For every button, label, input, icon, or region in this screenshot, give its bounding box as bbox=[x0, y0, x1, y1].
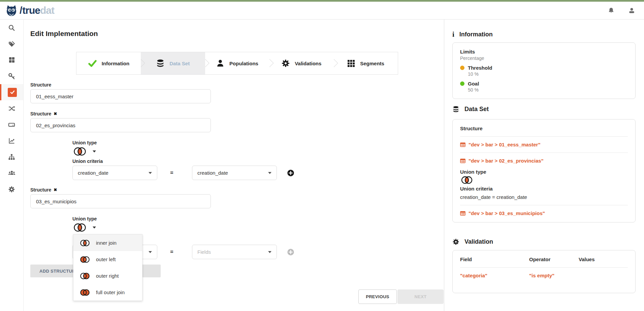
database-icon bbox=[156, 59, 165, 68]
threshold-dot bbox=[460, 66, 464, 70]
add-criteria-button-disabled[interactable] bbox=[287, 248, 294, 256]
wizard-step-label: Data Set bbox=[169, 61, 190, 66]
caret-down-icon bbox=[149, 251, 152, 253]
bell-icon[interactable] bbox=[608, 7, 615, 14]
structure-input-1[interactable] bbox=[30, 89, 211, 103]
structure-input-2[interactable] bbox=[30, 118, 211, 132]
page-title: Edit Implementation bbox=[30, 30, 98, 38]
structure-link-2[interactable]: "dev > bar > 02_es_provincias" bbox=[460, 158, 628, 164]
previous-button[interactable]: PREVIOUS bbox=[358, 289, 397, 304]
equals-sign: = bbox=[165, 170, 179, 176]
app-header: /truedat bbox=[0, 2, 644, 20]
section-title: Data Set bbox=[464, 106, 489, 113]
divider bbox=[460, 267, 628, 268]
database-icon bbox=[452, 106, 459, 113]
equals-sign: = bbox=[165, 249, 179, 255]
divider bbox=[460, 205, 628, 205]
sidebar-item-search[interactable] bbox=[0, 20, 23, 36]
person-icon bbox=[216, 59, 225, 68]
next-button[interactable]: NEXT bbox=[397, 289, 444, 304]
wizard-step-populations[interactable]: Populations bbox=[205, 52, 269, 74]
threshold-row: Threshold 10 % bbox=[460, 65, 628, 77]
structure-label: Structure✖ bbox=[30, 111, 57, 116]
table-icon bbox=[460, 159, 465, 163]
validation-operator: "is empty" bbox=[529, 273, 579, 278]
union-type-selector-open[interactable] bbox=[72, 223, 96, 232]
inner-join-icon bbox=[460, 176, 474, 184]
validation-field: "categoria" bbox=[460, 273, 529, 278]
caret-down-icon bbox=[268, 251, 271, 253]
sidebar-item-lineage[interactable] bbox=[0, 100, 23, 116]
wizard-step-label: Populations bbox=[229, 61, 258, 66]
wizard-step-label: Validations bbox=[295, 61, 321, 66]
wizard-steps: Information Data Set Populations Validat… bbox=[76, 52, 398, 75]
structure-label: Structure bbox=[30, 82, 51, 88]
wizard-step-data-set[interactable]: Data Set bbox=[141, 52, 205, 74]
dropdown-item-outer-right[interactable]: outer right bbox=[73, 268, 142, 284]
dropdown-item-outer-left[interactable]: outer left bbox=[73, 251, 142, 268]
wizard-step-segments[interactable]: Segments bbox=[333, 52, 398, 74]
divider bbox=[460, 136, 628, 137]
sidebar-item-taxonomy[interactable] bbox=[0, 149, 23, 165]
union-criteria-label: Union criteria bbox=[72, 159, 103, 164]
criteria-left-select-1[interactable]: creation_date bbox=[72, 166, 157, 180]
limits-label: Limits bbox=[460, 49, 628, 55]
caret-down-icon bbox=[149, 172, 152, 174]
goal-row: Goal 50 % bbox=[460, 81, 628, 93]
information-section-header: i Information bbox=[452, 31, 493, 38]
owl-logo-icon bbox=[5, 4, 18, 17]
sidebar-item-permissions[interactable] bbox=[0, 68, 23, 84]
union-type-summary-label: Union type bbox=[460, 169, 628, 175]
dropdown-item-inner-join[interactable]: inner join bbox=[73, 235, 142, 251]
wizard-step-label: Information bbox=[102, 61, 130, 66]
info-icon: i bbox=[452, 31, 454, 38]
inner-join-icon bbox=[79, 239, 91, 247]
union-criteria-text: creation_date = creation_date bbox=[460, 194, 628, 200]
line-chart-icon bbox=[8, 137, 15, 144]
divider bbox=[460, 152, 628, 153]
structure-link-1[interactable]: "dev > bar > 01_eess_master" bbox=[460, 142, 628, 147]
remove-structure-icon[interactable]: ✖ bbox=[54, 188, 57, 192]
truedat-logo[interactable]: /truedat bbox=[5, 4, 54, 17]
validation-table-row: "categoria" "is empty" bbox=[460, 273, 628, 278]
sidebar-item-tags[interactable] bbox=[0, 36, 23, 52]
sidebar-item-quality[interactable] bbox=[0, 84, 23, 100]
hard-drive-icon bbox=[8, 121, 15, 128]
wizard-step-information[interactable]: Information bbox=[76, 52, 141, 74]
gear-icon bbox=[452, 238, 459, 245]
caret-down-icon bbox=[93, 150, 96, 152]
remove-structure-icon[interactable]: ✖ bbox=[54, 112, 57, 116]
add-criteria-button[interactable] bbox=[287, 169, 294, 177]
grid-3x3-icon bbox=[347, 59, 355, 68]
criteria-right-select-2[interactable]: Fields bbox=[192, 245, 277, 259]
logo-text: /truedat bbox=[20, 5, 54, 15]
sidebar-item-modules[interactable] bbox=[0, 52, 23, 68]
caret-down-icon bbox=[93, 227, 96, 229]
criteria-right-select-1[interactable]: creation_date bbox=[192, 166, 277, 180]
structure-input-3[interactable] bbox=[30, 194, 211, 208]
outer-right-join-icon bbox=[79, 272, 91, 280]
section-title: Information bbox=[459, 31, 493, 38]
gear-icon bbox=[8, 186, 15, 193]
sidebar-item-groups[interactable] bbox=[0, 165, 23, 181]
dropdown-item-full-outer-join[interactable]: full outer join bbox=[73, 284, 142, 301]
union-type-label: Union type bbox=[72, 216, 97, 221]
inner-join-icon bbox=[72, 147, 87, 156]
union-type-label: Union type bbox=[72, 140, 97, 145]
grid-2x2-icon bbox=[8, 57, 15, 63]
validation-table-header: Field Operator Values bbox=[460, 256, 628, 262]
limits-subtitle: Percentage bbox=[460, 56, 628, 61]
user-icon[interactable] bbox=[628, 7, 635, 14]
sidebar-item-settings[interactable] bbox=[0, 181, 23, 197]
sidebar-item-dashboards[interactable] bbox=[0, 133, 23, 149]
table-icon bbox=[460, 211, 465, 216]
sidebar-item-sources[interactable] bbox=[0, 116, 23, 133]
full-outer-join-icon bbox=[79, 289, 91, 296]
structure-label: Structure✖ bbox=[30, 187, 57, 193]
structure-link-3[interactable]: "dev > bar > 03_es_municipios" bbox=[460, 210, 628, 216]
key-icon bbox=[8, 73, 15, 80]
wizard-step-validations[interactable]: Validations bbox=[269, 52, 333, 74]
union-type-selector[interactable] bbox=[72, 147, 96, 156]
magnifier-icon bbox=[8, 24, 15, 31]
table-icon bbox=[460, 142, 465, 147]
